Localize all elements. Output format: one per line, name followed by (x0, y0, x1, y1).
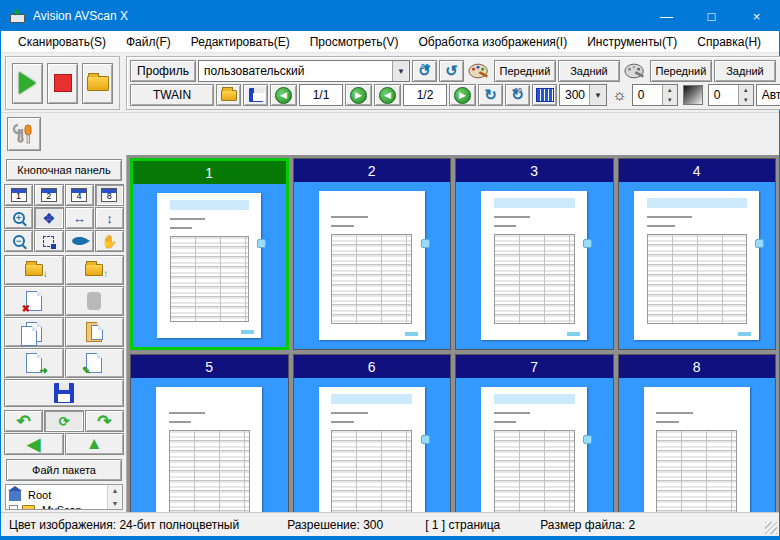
fit-width-button[interactable]: ↔ (65, 207, 94, 229)
paste-page-button[interactable] (65, 317, 125, 347)
contrast-spinner[interactable]: 0 ▲▼ (708, 84, 754, 106)
insert-page-button[interactable]: ↓ (4, 255, 64, 285)
color-mode-select[interactable]: Автоматический ▼ (756, 84, 780, 106)
page-preview[interactable] (634, 191, 759, 340)
spin-down-icon[interactable]: ▼ (663, 95, 677, 105)
next-page-button[interactable]: ▶ (345, 84, 372, 106)
tree-root[interactable]: Root (9, 487, 107, 502)
rotate-ccw-button[interactable]: ↶ (4, 410, 43, 432)
gray-front-button[interactable]: Передний (650, 60, 712, 82)
thumbnail-page-4[interactable]: 4 (618, 158, 777, 350)
save-file-button[interactable] (243, 84, 268, 106)
save-batch-button[interactable] (4, 379, 124, 407)
button-panel-header[interactable]: Кнопочная панель (6, 159, 122, 181)
thumbnail-page-1[interactable]: 1 (130, 158, 289, 350)
triangle-up-icon: ▲ (86, 434, 103, 454)
export-page-button[interactable]: ➜ (4, 348, 64, 378)
menu-file[interactable]: Файл(F) (117, 33, 180, 51)
scroll-up-icon[interactable]: ▲ (112, 487, 119, 494)
view-2-pages-button[interactable]: 2 (34, 184, 63, 206)
page-counter-field[interactable]: 1/1 (299, 84, 343, 106)
tree-folder[interactable]: − MyScan (9, 502, 107, 510)
page-preview[interactable] (157, 193, 261, 339)
thumbnail-page-2[interactable]: 2 (293, 158, 452, 350)
close-button[interactable]: × (734, 1, 779, 31)
thumbnail-page-5[interactable]: 5 (130, 354, 289, 512)
profile-button[interactable]: Профиль (130, 60, 196, 82)
prev-side-button[interactable]: ◀ (374, 84, 401, 106)
flip-horizontal-button[interactable]: ◀ (4, 433, 64, 455)
thumbnail-page-7[interactable]: 7 (455, 354, 614, 512)
collapse-icon[interactable]: − (9, 505, 18, 510)
color-palette-icon (468, 62, 490, 80)
extract-page-button[interactable]: ↑ (65, 255, 125, 285)
minimize-button[interactable]: — (644, 1, 689, 31)
side-counter-field[interactable]: 1/2 (403, 84, 447, 106)
copy-page-button[interactable] (4, 317, 64, 347)
thumbnail-page-8[interactable]: 8 (618, 354, 777, 512)
page-preview[interactable] (481, 387, 587, 512)
rotate-left-90-button[interactable]: ↺90 (412, 60, 437, 82)
rotate-left-button[interactable]: ↺ (439, 60, 464, 82)
twain-button[interactable]: TWAIN (130, 84, 214, 106)
refresh-button[interactable]: ⟳ (44, 410, 83, 432)
page-preview[interactable] (644, 387, 750, 512)
select-region-button[interactable] (34, 230, 63, 252)
menu-help[interactable]: Справка(H) (688, 33, 770, 51)
edit-page-button[interactable]: ✎ (65, 348, 125, 378)
note-marker (421, 435, 430, 444)
start-scan-button[interactable] (12, 63, 43, 104)
view-1-page-button[interactable]: 1 (4, 184, 33, 206)
zoom-in-button[interactable]: + (4, 207, 33, 229)
color-front-button[interactable]: Передний (494, 60, 556, 82)
stop-scan-button[interactable] (47, 63, 78, 104)
menu-view[interactable]: Просмотреть(V) (301, 33, 408, 51)
color-back-button[interactable]: Задний (558, 60, 620, 82)
menu-image-processing[interactable]: Обработка изображения(I) (409, 33, 576, 51)
page-preview[interactable] (156, 387, 262, 512)
scroll-down-icon[interactable]: ▼ (112, 500, 119, 507)
open-batch-button[interactable] (82, 63, 113, 104)
scanner-settings-button[interactable] (7, 117, 41, 151)
arrow-right-icon: ▶ (454, 87, 471, 104)
rotate-right-90-button[interactable]: ↻90 (505, 84, 530, 106)
menu-edit[interactable]: Редактировать(E) (182, 33, 299, 51)
profile-select[interactable]: пользовательский ▼ (198, 60, 410, 82)
app-window: Avision AVScan X — □ × Сканировать(S) Фа… (0, 0, 780, 540)
fit-page-button[interactable]: ✥ (34, 207, 63, 229)
spin-up-icon[interactable]: ▲ (739, 85, 753, 95)
open-file-button[interactable] (216, 84, 241, 106)
fit-height-button[interactable]: ↕ (95, 207, 124, 229)
actual-size-button[interactable] (65, 230, 94, 252)
spin-down-icon[interactable]: ▼ (739, 95, 753, 105)
flip-vertical-button[interactable]: ▲ (65, 433, 125, 455)
page-preview[interactable] (319, 387, 425, 512)
folder-extract-icon: ↑ (85, 264, 103, 276)
page-number: 4 (619, 159, 776, 182)
delete-page-button[interactable]: ✖ (4, 286, 64, 316)
refresh-icon: ⟳ (59, 414, 70, 429)
view-8-pages-button[interactable]: 8 (95, 184, 124, 206)
view-4-pages-button[interactable]: 4 (65, 184, 94, 206)
resize-grip[interactable] (765, 522, 777, 534)
menu-scan[interactable]: Сканировать(S) (9, 33, 115, 51)
brightness-spinner[interactable]: 0 ▲▼ (632, 84, 678, 106)
batch-file-header[interactable]: Файл пакета (6, 459, 122, 481)
page-preview[interactable] (319, 191, 425, 340)
rotate-right-button[interactable]: ↻ (478, 84, 503, 106)
spin-up-icon[interactable]: ▲ (663, 85, 677, 95)
prev-page-button[interactable]: ◀ (270, 84, 297, 106)
rotate-cw-button[interactable]: ↷ (85, 410, 124, 432)
grid-view-button[interactable] (532, 84, 557, 106)
next-side-button[interactable]: ▶ (449, 84, 476, 106)
maximize-button[interactable]: □ (689, 1, 734, 31)
resolution-select[interactable]: 300 ▼ (559, 84, 607, 106)
gray-back-button[interactable]: Задний (714, 60, 776, 82)
zoom-out-button[interactable]: − (4, 230, 33, 252)
menu-tools[interactable]: Инструменты(T) (578, 33, 686, 51)
tree-scrollbar[interactable]: ▲ ▼ (107, 485, 122, 509)
page-preview[interactable] (481, 191, 587, 340)
pan-button[interactable]: ✋ (95, 230, 124, 252)
thumbnail-page-3[interactable]: 3 (455, 158, 614, 350)
thumbnail-page-6[interactable]: 6 (293, 354, 452, 512)
